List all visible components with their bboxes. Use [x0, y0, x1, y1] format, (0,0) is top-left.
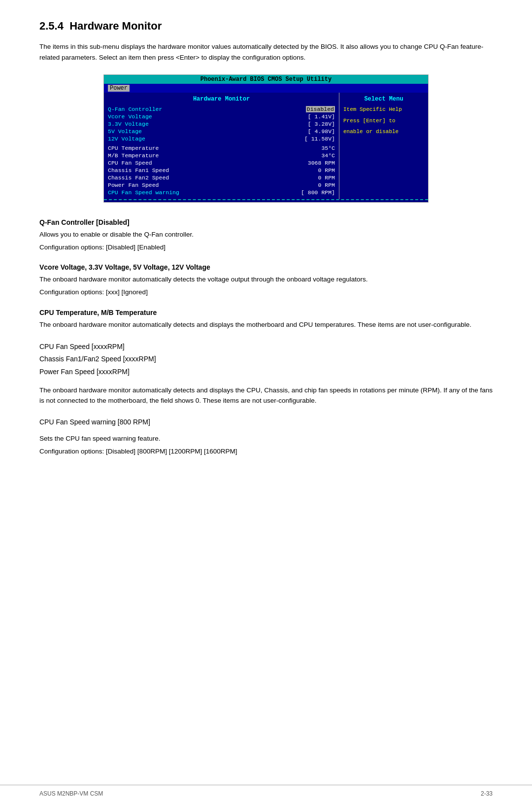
footer-product: ASUS M2NBP-VM CSM [39, 790, 103, 797]
qfan-para-2: Configuration options: [Disabled] [Enabl… [39, 242, 493, 253]
page-footer: ASUS M2NBP-VM CSM 2-33 [0, 785, 532, 802]
fan-speed-cpu: CPU Fan Speed [xxxxRPM] [39, 341, 493, 353]
bios-row-chassis-fan1: Chassis Fan1 Speed 0 RPM [108, 167, 335, 174]
bios-main-panel: Hardware Monitor Q-Fan Controller Disabl… [104, 93, 339, 199]
bios-row-power-fan: Power Fan Speed 0 RPM [108, 181, 335, 189]
fan-speed-list: CPU Fan Speed [xxxxRPM] Chassis Fan1/Fan… [39, 341, 493, 378]
section-fan-warning: CPU Fan Speed warning [800 RPM] Sets the… [39, 416, 493, 456]
bios-row-chassis-fan2: Chassis Fan2 Speed 0 RPM [108, 174, 335, 181]
section-title: 2.5.4 Hardware Monitor [39, 20, 493, 33]
voltages-para-2: Configuration options: [xxx] [Ignored] [39, 287, 493, 298]
fan-speed-paragraph: The onboard hardware monitor automatical… [39, 385, 493, 406]
bios-row-12v: 12V Voltage [ 11.58V] [108, 135, 335, 142]
fan-speed-chassis: Chassis Fan1/Fan2 Speed [xxxxRPM] [39, 353, 493, 365]
bios-bottom-bar [104, 199, 428, 202]
fan-warning-para-1: Sets the CPU fan speed warning feature. [39, 433, 493, 444]
qfan-para-1: Allows you to enable or disable the Q-Fa… [39, 229, 493, 240]
bios-row-mb-temp: M/B Temperature 34°C [108, 152, 335, 159]
temperature-para-1: The onboard hardware monitor automatical… [39, 319, 493, 330]
bios-row-5v: 5V Voltage [ 4.98V] [108, 128, 335, 135]
section-voltages: Vcore Voltage, 3.3V Voltage, 5V Voltage,… [39, 263, 493, 297]
footer-page-number: 2-33 [481, 790, 493, 797]
bios-menu-power: Power [108, 85, 130, 92]
fan-warning-title-block: CPU Fan Speed warning [800 RPM] [39, 416, 493, 428]
qfan-title: Q-Fan Controller [Disabled] [39, 218, 493, 226]
fan-warning-title: CPU Fan Speed warning [800 RPM] [39, 416, 493, 428]
voltages-para-1: The onboard hardware monitor automatical… [39, 274, 493, 285]
bios-title-bar: Phoenix-Award BIOS CMOS Setup Utility [104, 75, 428, 84]
bios-sidebar: Select Menu Item Specific Help Press [En… [339, 93, 428, 199]
bios-menu-bar: Power [104, 84, 428, 93]
fan-warning-para-2: Configuration options: [Disabled] [800RP… [39, 446, 493, 457]
bios-row-vcore: Vcore Voltage [ 1.41V] [108, 113, 335, 120]
section-qfan: Q-Fan Controller [Disabled] Allows you t… [39, 218, 493, 252]
bios-row-3v3: 3.3V Voltage [ 3.28V] [108, 120, 335, 128]
bios-main-title: Hardware Monitor [108, 96, 335, 103]
fan-speed-power: Power Fan Speed [xxxxRPM] [39, 366, 493, 378]
bios-sidebar-help: Item Specific Help Press [Enter] to enab… [343, 105, 424, 136]
bios-sidebar-title: Select Menu [343, 96, 424, 103]
bios-screenshot: Phoenix-Award BIOS CMOS Setup Utility Po… [103, 74, 429, 203]
bios-row-cpu-fan-warning: CPU Fan Speed warning [ 800 RPM] [108, 189, 335, 196]
intro-paragraph: The items in this sub-menu displays the … [39, 41, 493, 63]
bios-row-cpu-temp: CPU Temperature 35°C [108, 144, 335, 152]
bios-row-qfan: Q-Fan Controller Disabled [108, 105, 335, 113]
temperature-title: CPU Temperature, M/B Temperature [39, 309, 493, 316]
bios-body: Hardware Monitor Q-Fan Controller Disabl… [104, 93, 428, 199]
section-temperature: CPU Temperature, M/B Temperature The onb… [39, 309, 493, 330]
bios-row-cpu-fan: CPU Fan Speed 3068 RPM [108, 159, 335, 167]
voltages-title: Vcore Voltage, 3.3V Voltage, 5V Voltage,… [39, 263, 493, 271]
